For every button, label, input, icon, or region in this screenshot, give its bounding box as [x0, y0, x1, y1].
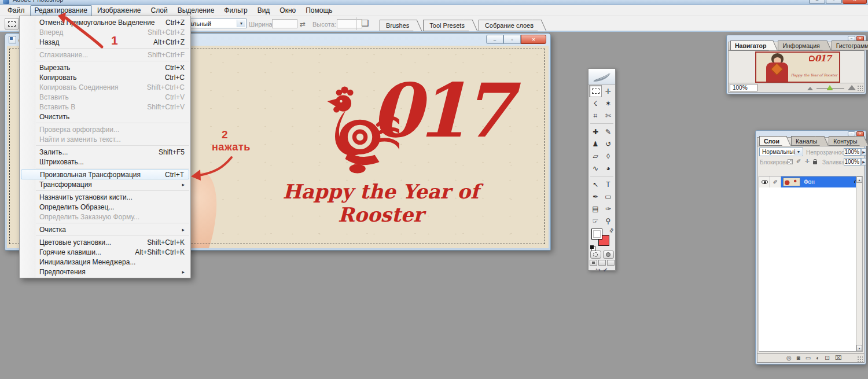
well-tab-tool-presets[interactable]: Tool Presets — [423, 20, 470, 31]
clone-stamp-tool-button[interactable]: ♟ — [589, 138, 602, 150]
default-colors-icon[interactable] — [590, 245, 594, 249]
standard-screen-button[interactable] — [590, 260, 597, 266]
jump-to-imageready-icon[interactable]: ↪ — [596, 267, 601, 273]
width-input[interactable] — [272, 19, 297, 28]
app-minimize-button[interactable]: – — [809, 0, 825, 4]
zoom-tool-button[interactable]: ⚲ — [602, 215, 615, 227]
menubar-item-view[interactable]: Вид — [253, 5, 275, 16]
lock-all-icon[interactable] — [813, 161, 817, 164]
opacity-spinner[interactable]: ▶ — [861, 148, 866, 156]
lock-transparency-icon[interactable] — [788, 159, 793, 164]
rect-marquee-tool-button[interactable] — [589, 85, 602, 97]
lasso-tool-button[interactable]: ☇ — [589, 97, 602, 109]
menubar-item-filter[interactable]: Фильтр — [219, 5, 252, 16]
pen-tool-button[interactable]: ✒ — [589, 190, 602, 203]
menubar-item-file[interactable]: Файл — [3, 5, 30, 16]
layers-tab-channels[interactable]: Каналы — [791, 136, 822, 146]
swap-colors-icon[interactable]: ⇄ — [608, 227, 615, 234]
slice-tool-button[interactable]: ✄ — [602, 109, 615, 122]
edit-menu-item-keyboard-shortcuts[interactable]: Горячие клавиши...Alt+Shift+Ctrl+K — [20, 247, 190, 257]
new-group-button[interactable]: ▭ — [806, 355, 811, 361]
edit-menu-item-purge[interactable]: Очистка▸ — [20, 225, 190, 234]
navigator-tab-info[interactable]: Информация — [778, 41, 824, 50]
navigator-tab-navigator[interactable]: Навигатор — [730, 41, 771, 50]
dodge-tool-button[interactable]: ◕ — [602, 162, 615, 174]
fill-spinner[interactable]: ▶ — [861, 158, 866, 165]
zoom-in-icon[interactable] — [848, 85, 856, 90]
notes-tool-button[interactable]: ▤ — [589, 203, 602, 215]
layer-style-button[interactable]: ◎ — [786, 355, 792, 361]
brush-tool-button[interactable]: ✎ — [602, 126, 615, 138]
eraser-tool-button[interactable]: ▱ — [589, 150, 602, 162]
zoom-slider-thumb[interactable] — [827, 85, 833, 90]
fill-value[interactable]: 100% — [844, 158, 861, 165]
zoom-out-icon[interactable] — [807, 87, 813, 90]
lock-paint-icon[interactable]: ✐ — [796, 159, 801, 164]
magic-wand-tool-button[interactable]: ✶ — [602, 97, 615, 109]
delete-layer-button[interactable]: ⌧ — [835, 355, 842, 361]
menubar-item-help[interactable]: Помощь — [301, 5, 337, 16]
chevron-down-icon[interactable]: ▼ — [795, 149, 802, 155]
scroll-down-icon[interactable]: ▼ — [856, 345, 862, 351]
layers-tab-paths[interactable]: Контуры — [829, 136, 862, 146]
layer-thumbnail[interactable] — [783, 178, 800, 186]
menubar-item-window[interactable]: Окно — [275, 5, 300, 16]
edit-menu-item-preferences[interactable]: Предпочтения▸ — [20, 267, 190, 277]
edit-menu-item-free-transform[interactable]: Произвольная ТрансформацияCtrl+T — [21, 170, 189, 179]
path-select-tool-button[interactable]: ↖ — [589, 178, 602, 190]
commit-icon[interactable]: ✔ — [603, 267, 608, 273]
chevron-down-icon[interactable]: ▼ — [237, 20, 245, 27]
height-input[interactable] — [337, 19, 362, 28]
palette-well-icon[interactable]: ❏ — [361, 18, 369, 28]
well-tab-layer-comps[interactable]: Собрание слоев — [479, 20, 539, 31]
doc-close-button[interactable]: ✕ — [521, 35, 546, 44]
menubar-item-select[interactable]: Выделение — [173, 5, 219, 16]
smudge-tool-button[interactable]: ∿ — [589, 162, 602, 174]
edit-menu-item-preset-manager[interactable]: Инициализация Менеджера... — [20, 257, 190, 267]
quick-mask-mode-button[interactable] — [603, 251, 614, 259]
foreground-color-swatch[interactable] — [591, 229, 602, 240]
edit-menu-item-transform[interactable]: Трансформация▸ — [20, 179, 190, 189]
doc-maximize-button[interactable]: ▫ — [503, 35, 521, 44]
scroll-up-icon[interactable]: ▲ — [856, 176, 862, 183]
edit-menu-item-color-settings[interactable]: Цветовые установки...Shift+Ctrl+K — [20, 237, 190, 247]
lock-move-icon[interactable]: ✛ — [804, 159, 809, 164]
fullscreen-menubar-button[interactable] — [598, 260, 606, 266]
history-brush-tool-button[interactable]: ↺ — [602, 138, 615, 150]
layers-tab-layers[interactable]: Слои — [759, 136, 784, 146]
new-adjustment-layer-button[interactable]: ◐ — [816, 355, 819, 361]
edit-menu-item-fill[interactable]: Залить...Shift+F5 — [20, 147, 190, 157]
menubar-item-layer[interactable]: Слой — [146, 5, 172, 16]
shape-tool-button[interactable]: ▭ — [602, 190, 615, 203]
edit-menu-item-copy[interactable]: КопироватьCtrl+C — [20, 72, 190, 82]
edit-menu-item-cut[interactable]: ВырезатьCtrl+X — [20, 62, 190, 72]
app-close-button[interactable]: ✕ — [843, 0, 867, 4]
eyedropper-tool-button[interactable]: ✑ — [602, 203, 615, 215]
edit-menu-item-define-pattern[interactable]: Определить Образец... — [20, 202, 190, 212]
edit-menu-item-clear[interactable]: Очистить — [20, 112, 190, 122]
edit-menu-item-stroke[interactable]: Штриховать... — [20, 157, 190, 167]
well-tab-brushes[interactable]: Brushes — [380, 20, 415, 31]
app-maximize-button[interactable]: ▫ — [826, 0, 842, 4]
healing-brush-tool-button[interactable]: ✚ — [589, 126, 602, 138]
standard-mode-button[interactable] — [590, 251, 601, 259]
crop-tool-button[interactable]: ⌗ — [589, 109, 602, 122]
fullscreen-button[interactable] — [607, 260, 615, 266]
layer-row-background[interactable]: ✐ Фон — [759, 176, 856, 187]
new-layer-button[interactable]: ⊡ — [825, 355, 829, 361]
swap-dimensions-icon[interactable]: ⇄ — [300, 20, 306, 28]
navigator-tab-histogram[interactable]: Гистограмма — [832, 41, 868, 50]
edit-menu-item-define-brush[interactable]: Назначить установки кисти... — [20, 192, 190, 202]
paint-bucket-tool-button[interactable]: ◊ — [602, 150, 615, 162]
hand-tool-button[interactable]: ☞ — [589, 215, 602, 227]
type-tool-button[interactable]: T — [602, 178, 615, 190]
move-tool-button[interactable]: ✛ — [602, 85, 615, 97]
navigator-thumbnail[interactable]: 017 Happy the Year of Rooster — [755, 51, 840, 83]
visibility-cell[interactable] — [759, 176, 770, 187]
add-layer-mask-button[interactable]: ◙ — [797, 355, 800, 361]
doc-minimize-button[interactable]: – — [486, 35, 503, 44]
zoom-percent-field[interactable]: 100% — [730, 84, 757, 91]
panel-resize-grip[interactable] — [857, 85, 863, 91]
blend-mode-dropdown[interactable]: Нормальный ▼ — [759, 148, 803, 156]
current-tool-button[interactable] — [5, 18, 19, 30]
